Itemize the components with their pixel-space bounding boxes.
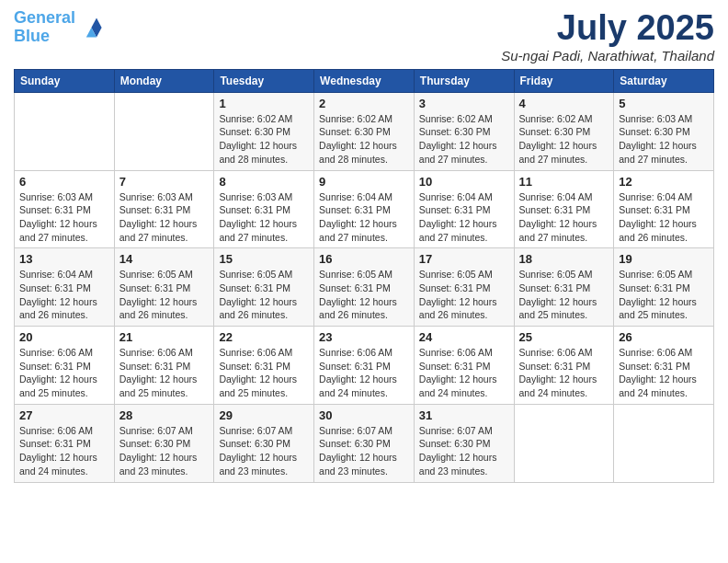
- day-info: Sunrise: 6:03 AM Sunset: 6:30 PM Dayligh…: [619, 112, 709, 167]
- calendar-day-cell: 20Sunrise: 6:06 AM Sunset: 6:31 PM Dayli…: [15, 327, 115, 405]
- day-info: Sunrise: 6:06 AM Sunset: 6:31 PM Dayligh…: [519, 346, 609, 400]
- day-info: Sunrise: 6:06 AM Sunset: 6:31 PM Dayligh…: [119, 346, 210, 400]
- day-number: 8: [219, 175, 309, 189]
- calendar-day-cell: 2Sunrise: 6:02 AM Sunset: 6:30 PM Daylig…: [314, 92, 415, 170]
- day-number: 4: [519, 97, 609, 110]
- calendar-day-cell: 14Sunrise: 6:05 AM Sunset: 6:31 PM Dayli…: [114, 248, 214, 327]
- calendar-day-cell: 28Sunrise: 6:07 AM Sunset: 6:30 PM Dayli…: [114, 404, 214, 482]
- calendar-day-cell: 31Sunrise: 6:07 AM Sunset: 6:30 PM Dayli…: [414, 404, 514, 482]
- day-info: Sunrise: 6:07 AM Sunset: 6:30 PM Dayligh…: [319, 424, 409, 478]
- calendar-day-cell: [15, 92, 115, 170]
- calendar-day-cell: 16Sunrise: 6:05 AM Sunset: 6:31 PM Dayli…: [314, 248, 415, 327]
- calendar-week-row: 13Sunrise: 6:04 AM Sunset: 6:31 PM Dayli…: [15, 248, 714, 327]
- calendar-day-cell: 22Sunrise: 6:06 AM Sunset: 6:31 PM Dayli…: [214, 327, 314, 405]
- weekday-header-cell: Tuesday: [214, 69, 314, 92]
- weekday-header-cell: Monday: [114, 69, 214, 92]
- calendar-title: July 2025: [501, 9, 714, 48]
- day-info: Sunrise: 6:07 AM Sunset: 6:30 PM Dayligh…: [119, 424, 210, 478]
- calendar-day-cell: 7Sunrise: 6:03 AM Sunset: 6:31 PM Daylig…: [114, 170, 214, 248]
- day-info: Sunrise: 6:04 AM Sunset: 6:31 PM Dayligh…: [319, 190, 409, 245]
- calendar-subtitle: Su-ngai Padi, Narathiwat, Thailand: [501, 48, 714, 63]
- weekday-header-cell: Sunday: [15, 69, 115, 92]
- day-number: 25: [519, 330, 609, 344]
- day-number: 17: [419, 252, 509, 266]
- day-number: 24: [419, 330, 509, 344]
- day-number: 13: [19, 252, 109, 266]
- weekday-header-row: SundayMondayTuesdayWednesdayThursdayFrid…: [15, 69, 714, 92]
- day-number: 23: [319, 330, 409, 344]
- calendar-day-cell: 29Sunrise: 6:07 AM Sunset: 6:30 PM Dayli…: [214, 404, 314, 482]
- day-info: Sunrise: 6:05 AM Sunset: 6:31 PM Dayligh…: [319, 268, 409, 322]
- day-number: 28: [119, 408, 210, 422]
- calendar-day-cell: [114, 92, 214, 170]
- calendar-day-cell: 4Sunrise: 6:02 AM Sunset: 6:30 PM Daylig…: [514, 92, 614, 170]
- day-info: Sunrise: 6:05 AM Sunset: 6:31 PM Dayligh…: [619, 268, 709, 322]
- calendar-day-cell: 24Sunrise: 6:06 AM Sunset: 6:31 PM Dayli…: [414, 327, 514, 405]
- day-info: Sunrise: 6:02 AM Sunset: 6:30 PM Dayligh…: [519, 112, 609, 167]
- page-header: GeneralBlue July 2025 Su-ngai Padi, Nara…: [14, 9, 714, 63]
- calendar-day-cell: 12Sunrise: 6:04 AM Sunset: 6:31 PM Dayli…: [614, 170, 714, 248]
- day-info: Sunrise: 6:06 AM Sunset: 6:31 PM Dayligh…: [19, 346, 109, 400]
- calendar-day-cell: 27Sunrise: 6:06 AM Sunset: 6:31 PM Dayli…: [15, 404, 115, 482]
- calendar-day-cell: 3Sunrise: 6:02 AM Sunset: 6:30 PM Daylig…: [414, 92, 514, 170]
- calendar-day-cell: 5Sunrise: 6:03 AM Sunset: 6:30 PM Daylig…: [614, 92, 714, 170]
- day-info: Sunrise: 6:05 AM Sunset: 6:31 PM Dayligh…: [419, 268, 509, 322]
- day-number: 21: [119, 330, 210, 344]
- day-info: Sunrise: 6:06 AM Sunset: 6:31 PM Dayligh…: [319, 346, 409, 400]
- day-number: 30: [319, 408, 409, 422]
- day-info: Sunrise: 6:06 AM Sunset: 6:31 PM Dayligh…: [19, 424, 109, 478]
- calendar-week-row: 6Sunrise: 6:03 AM Sunset: 6:31 PM Daylig…: [15, 170, 714, 248]
- day-number: 20: [19, 330, 109, 344]
- weekday-header-cell: Wednesday: [314, 69, 415, 92]
- day-number: 15: [219, 252, 309, 266]
- calendar-day-cell: [514, 404, 614, 482]
- day-info: Sunrise: 6:04 AM Sunset: 6:31 PM Dayligh…: [19, 268, 109, 322]
- calendar-week-row: 27Sunrise: 6:06 AM Sunset: 6:31 PM Dayli…: [15, 404, 714, 482]
- calendar-day-cell: 9Sunrise: 6:04 AM Sunset: 6:31 PM Daylig…: [314, 170, 415, 248]
- day-info: Sunrise: 6:02 AM Sunset: 6:30 PM Dayligh…: [419, 112, 509, 167]
- day-info: Sunrise: 6:04 AM Sunset: 6:31 PM Dayligh…: [519, 190, 609, 245]
- day-info: Sunrise: 6:03 AM Sunset: 6:31 PM Dayligh…: [119, 190, 210, 245]
- day-number: 11: [519, 175, 609, 189]
- day-number: 12: [619, 175, 709, 189]
- calendar-day-cell: 11Sunrise: 6:04 AM Sunset: 6:31 PM Dayli…: [514, 170, 614, 248]
- day-info: Sunrise: 6:02 AM Sunset: 6:30 PM Dayligh…: [319, 112, 409, 167]
- weekday-header-cell: Thursday: [414, 69, 514, 92]
- day-number: 3: [419, 97, 509, 110]
- calendar-day-cell: 30Sunrise: 6:07 AM Sunset: 6:30 PM Dayli…: [314, 404, 415, 482]
- day-number: 14: [119, 252, 210, 266]
- day-number: 16: [319, 252, 409, 266]
- calendar-day-cell: 6Sunrise: 6:03 AM Sunset: 6:31 PM Daylig…: [15, 170, 115, 248]
- calendar-day-cell: 26Sunrise: 6:06 AM Sunset: 6:31 PM Dayli…: [614, 327, 714, 405]
- day-number: 7: [119, 175, 210, 189]
- calendar-body: 1Sunrise: 6:02 AM Sunset: 6:30 PM Daylig…: [15, 92, 714, 482]
- day-info: Sunrise: 6:05 AM Sunset: 6:31 PM Dayligh…: [519, 268, 609, 322]
- calendar-day-cell: 19Sunrise: 6:05 AM Sunset: 6:31 PM Dayli…: [614, 248, 714, 327]
- calendar-day-cell: 25Sunrise: 6:06 AM Sunset: 6:31 PM Dayli…: [514, 327, 614, 405]
- day-info: Sunrise: 6:02 AM Sunset: 6:30 PM Dayligh…: [219, 112, 309, 167]
- day-info: Sunrise: 6:03 AM Sunset: 6:31 PM Dayligh…: [219, 190, 309, 245]
- day-number: 27: [19, 408, 109, 422]
- calendar-day-cell: 23Sunrise: 6:06 AM Sunset: 6:31 PM Dayli…: [314, 327, 415, 405]
- calendar-week-row: 20Sunrise: 6:06 AM Sunset: 6:31 PM Dayli…: [15, 327, 714, 405]
- calendar-day-cell: 17Sunrise: 6:05 AM Sunset: 6:31 PM Dayli…: [414, 248, 514, 327]
- day-number: 2: [319, 97, 409, 110]
- calendar-day-cell: 18Sunrise: 6:05 AM Sunset: 6:31 PM Dayli…: [514, 248, 614, 327]
- calendar-table: SundayMondayTuesdayWednesdayThursdayFrid…: [14, 69, 714, 483]
- day-number: 6: [19, 175, 109, 189]
- day-info: Sunrise: 6:06 AM Sunset: 6:31 PM Dayligh…: [219, 346, 309, 400]
- day-number: 9: [319, 175, 409, 189]
- day-info: Sunrise: 6:03 AM Sunset: 6:31 PM Dayligh…: [19, 190, 109, 245]
- calendar-day-cell: [614, 404, 714, 482]
- day-number: 22: [219, 330, 309, 344]
- day-info: Sunrise: 6:07 AM Sunset: 6:30 PM Dayligh…: [219, 424, 309, 478]
- day-info: Sunrise: 6:05 AM Sunset: 6:31 PM Dayligh…: [119, 268, 210, 322]
- day-number: 5: [619, 97, 709, 110]
- weekday-header-cell: Saturday: [614, 69, 714, 92]
- calendar-day-cell: 13Sunrise: 6:04 AM Sunset: 6:31 PM Dayli…: [15, 248, 115, 327]
- day-number: 31: [419, 408, 509, 422]
- day-number: 1: [219, 97, 309, 110]
- calendar-day-cell: 10Sunrise: 6:04 AM Sunset: 6:31 PM Dayli…: [414, 170, 514, 248]
- calendar-day-cell: 15Sunrise: 6:05 AM Sunset: 6:31 PM Dayli…: [214, 248, 314, 327]
- logo-text: GeneralBlue: [14, 9, 75, 46]
